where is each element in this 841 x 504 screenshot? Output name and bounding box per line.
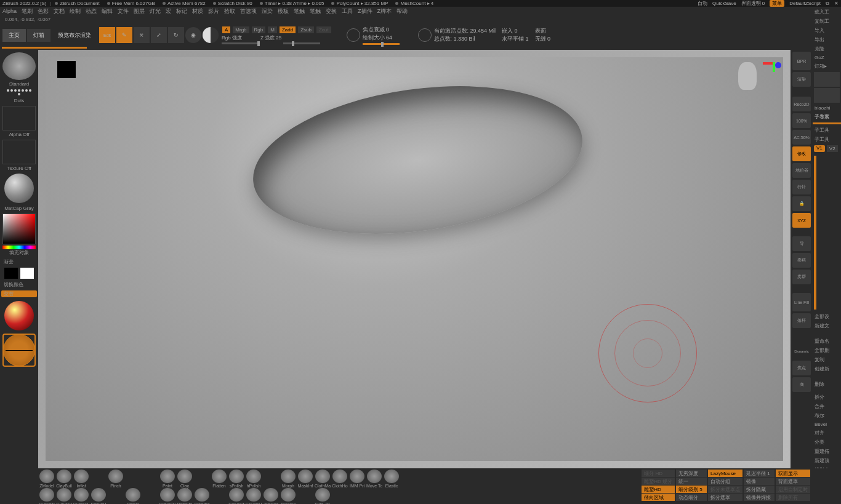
menu-draw[interactable]: 绘制 [70, 7, 81, 15]
brush-inflate[interactable]: Inflat [73, 470, 90, 488]
quicksave-button[interactable]: QuickSave [712, 1, 736, 6]
export-3-button[interactable]: 卖帮 [792, 270, 811, 284]
export-button[interactable]: 导出 [813, 35, 841, 44]
dynamic-icon[interactable] [418, 28, 432, 42]
texture-preview[interactable] [2, 140, 36, 164]
merge[interactable]: 合并 [813, 402, 841, 411]
split[interactable]: 拆分 [813, 393, 841, 402]
brush-skin01[interactable]: Skin_01 [314, 488, 331, 504]
copy[interactable]: 复制 [813, 355, 841, 364]
brush-morph[interactable]: Morph [280, 470, 297, 488]
embed-label[interactable]: 嵌入 0 [502, 27, 529, 35]
close-icon[interactable]: ✕ [834, 1, 839, 6]
menu-button[interactable]: 菜单 [770, 0, 784, 7]
z-intensity-slider[interactable] [283, 42, 320, 44]
secondary-material[interactable] [4, 301, 34, 330]
menu-macro[interactable]: 宏 [166, 7, 171, 15]
delete-all[interactable]: 全部删 [813, 346, 841, 355]
model-view[interactable] [46, 57, 783, 461]
color-swatches[interactable] [1, 268, 37, 279]
material-preview[interactable] [4, 174, 34, 203]
reco2d-button[interactable]: Reco2D [792, 97, 811, 111]
subtool-2[interactable]: 子工具 [813, 135, 841, 144]
viewport[interactable] [38, 50, 791, 468]
brush-damsta[interactable]: DamSta [176, 488, 193, 504]
misc-button[interactable]: 商 [792, 377, 811, 392]
split-hidden[interactable]: 拆分隐藏 [744, 486, 775, 493]
brush-zmodeler[interactable]: ZModel [38, 470, 55, 488]
focus-button[interactable]: 焦点 [792, 361, 811, 375]
color-picker[interactable] [2, 214, 36, 244]
interface-transparency[interactable]: 界面透明 0 [741, 0, 765, 7]
menu-render[interactable]: 渲染 [262, 7, 273, 15]
edit-toggle[interactable]: 修改 [792, 146, 811, 161]
rgb-intensity-slider[interactable] [222, 42, 259, 44]
brush-hpolish[interactable]: hPolish [245, 470, 262, 488]
fill-object-button[interactable]: 填充对象 [1, 249, 37, 256]
v2-button[interactable]: V2 [827, 145, 838, 152]
remesh[interactable]: 重建拓 [813, 447, 841, 456]
brush-immpri[interactable]: IMM Pri [348, 470, 366, 488]
rename[interactable]: 重命名 [813, 337, 841, 346]
brush-maskinf[interactable]: MaskInf [297, 470, 314, 488]
focal-shift-label[interactable]: 焦点衰减 0 [363, 26, 400, 34]
tab-home[interactable]: 主页 [2, 29, 26, 42]
menu-edit[interactable]: 编辑 [102, 7, 113, 15]
tool-thumbnail-1[interactable] [814, 72, 840, 87]
new-file[interactable]: 新建文 [813, 321, 841, 330]
boolean[interactable]: 布尔 [813, 411, 841, 420]
export-2-button[interactable]: 卖药 [792, 253, 811, 268]
brush-curvequ[interactable]: CurveQu [159, 488, 176, 504]
sculpt-hd-button[interactable]: 雕塑HD [642, 486, 675, 493]
menu-light[interactable]: 灯光 [150, 7, 161, 15]
render-button[interactable]: 渲染 [792, 72, 811, 87]
edit-mode-button[interactable]: Edit [99, 27, 115, 43]
subtool-1[interactable]: 子工具 [813, 126, 841, 135]
vtile-label[interactable]: 无缝 0 [535, 35, 551, 43]
zadd-button[interactable]: Zadd [280, 26, 296, 33]
mirror-weld[interactable]: 镜像并焊接 [744, 494, 775, 501]
zoom-100-button[interactable]: 100% [792, 113, 811, 128]
subtool-header[interactable]: 子卷素 [813, 112, 841, 121]
auto-label[interactable]: 自动 [698, 0, 707, 7]
menu-marker[interactable]: 标记 [176, 7, 187, 15]
all-settings[interactable]: 全部设 [813, 312, 841, 321]
import-button[interactable]: 导入 [813, 26, 841, 35]
lazy-radius[interactable]: 延迟半径 1 [744, 470, 775, 477]
lock-button[interactable]: 🔒 [792, 196, 811, 211]
menu-brush[interactable]: 笔刷 [22, 7, 33, 15]
brush-topolog[interactable]: Topolog [280, 488, 297, 504]
bevel[interactable]: Bevel [813, 420, 841, 428]
menu-zplugin[interactable]: Z插件 [358, 7, 372, 15]
zcut-button[interactable]: Zcut [316, 26, 331, 33]
camera-head-icon[interactable] [738, 62, 757, 90]
brush-clothho[interactable]: ClothHo [331, 470, 348, 488]
mirror[interactable]: 镜像 [744, 478, 775, 485]
gradient-label[interactable]: 渐变 [1, 258, 37, 265]
infinite-depth[interactable]: 无穷深度 [676, 470, 707, 477]
draw-size-slider[interactable] [363, 43, 400, 45]
brush-spolish[interactable]: sPolish [228, 470, 245, 488]
brush-flatten[interactable]: Flatten [211, 470, 228, 488]
draw-size-label[interactable]: 绘制大小 64 [363, 34, 400, 42]
menu-stroke[interactable]: 笔触 [294, 7, 305, 15]
classify[interactable]: 分类 [813, 438, 841, 447]
render-preview[interactable] [57, 61, 76, 78]
rotate-mode-button[interactable]: ↻ [168, 27, 184, 43]
brush-snakeht[interactable]: SnakeH [90, 488, 107, 504]
create-new[interactable]: 创建新 [813, 364, 841, 374]
split-masked[interactable]: 拆分遮罩 [708, 494, 742, 501]
move-mode-button[interactable]: ⤧ [134, 27, 150, 43]
menu-picker[interactable]: 拾取 [224, 7, 235, 15]
backface-mask[interactable]: 背面遮罩 [776, 478, 810, 485]
brush-curvest[interactable]: CurveSt [228, 488, 245, 504]
tool-thumbnail-2[interactable] [814, 88, 840, 103]
brush-curvesr[interactable]: CurveSt [55, 488, 73, 504]
local-button[interactable]: 地价器 [792, 163, 811, 178]
drop-button[interactable]: 落杆 [792, 313, 811, 328]
export-1-button[interactable]: 导 [792, 236, 811, 251]
line-fill-button[interactable]: Line Fill [792, 293, 811, 311]
stroke-preview[interactable] [7, 89, 31, 95]
htile-label[interactable]: 水平平铺 1 [502, 35, 529, 43]
brush-movetc[interactable]: Move Tc [366, 470, 383, 488]
